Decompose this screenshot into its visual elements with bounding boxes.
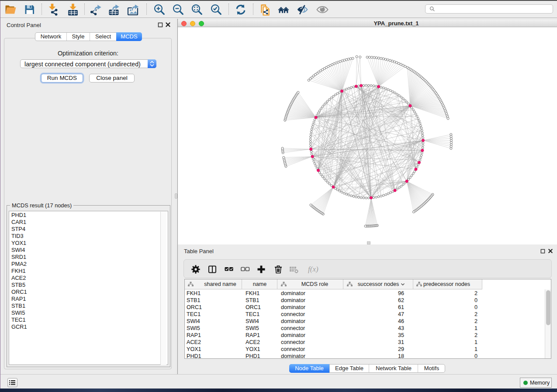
svg-text:f(x): f(x) — [308, 265, 318, 273]
